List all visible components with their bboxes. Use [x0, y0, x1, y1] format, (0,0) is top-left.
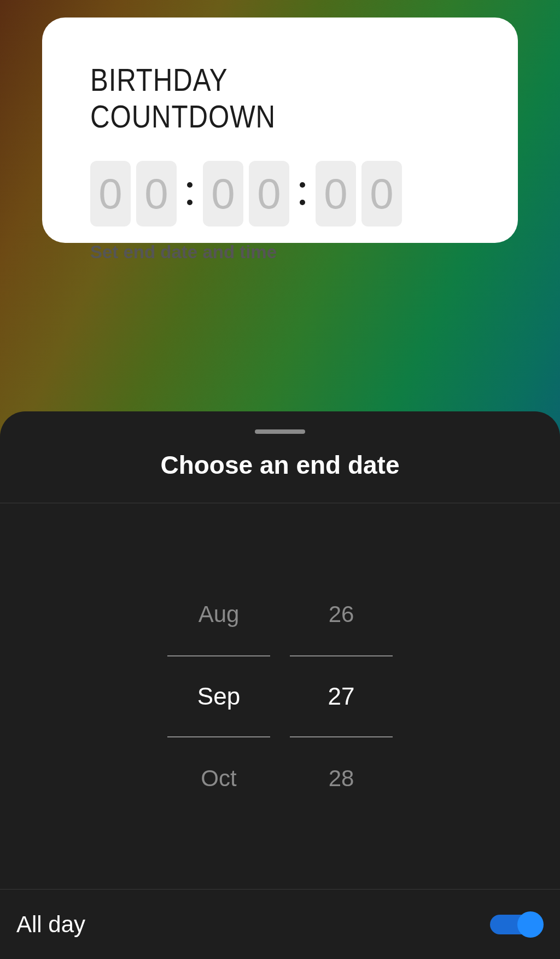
day-option-prev[interactable]: 26: [290, 573, 393, 655]
countdown-title[interactable]: BIRTHDAY COUNTDOWN: [90, 61, 413, 135]
countdown-digit: 0: [203, 161, 243, 226]
month-wheel[interactable]: Aug Sep Oct: [167, 573, 270, 819]
toggle-thumb: [517, 911, 544, 938]
sheet-title: Choose an end date: [0, 450, 560, 503]
countdown-subtitle: Set end date and time: [90, 242, 470, 263]
date-picker-area: Aug Sep Oct 26 27 28: [0, 503, 560, 889]
countdown-sticker-card[interactable]: BIRTHDAY COUNTDOWN 0 0 0 0 0 0 Set end d…: [42, 18, 518, 243]
colon-icon: [295, 182, 310, 205]
date-picker[interactable]: Aug Sep Oct 26 27 28: [167, 573, 393, 819]
colon-icon: [182, 182, 197, 205]
day-option-selected[interactable]: 27: [290, 655, 393, 737]
end-date-bottom-sheet: Choose an end date Aug Sep Oct 26 27 28 …: [0, 411, 560, 959]
month-option-next[interactable]: Oct: [167, 737, 270, 819]
all-day-toggle[interactable]: [490, 911, 544, 938]
countdown-digit: 0: [136, 161, 177, 226]
countdown-digit: 0: [90, 161, 131, 226]
day-option-next[interactable]: 28: [290, 737, 393, 819]
all-day-row: All day: [0, 889, 560, 959]
month-option-prev[interactable]: Aug: [167, 573, 270, 655]
countdown-digit: 0: [316, 161, 356, 226]
sheet-drag-handle[interactable]: [255, 429, 305, 434]
day-wheel[interactable]: 26 27 28: [290, 573, 393, 819]
countdown-digit: 0: [361, 161, 402, 226]
countdown-digits-row: 0 0 0 0 0 0: [90, 161, 470, 226]
all-day-label: All day: [16, 911, 85, 938]
month-option-selected[interactable]: Sep: [167, 655, 270, 737]
countdown-digit: 0: [249, 161, 289, 226]
